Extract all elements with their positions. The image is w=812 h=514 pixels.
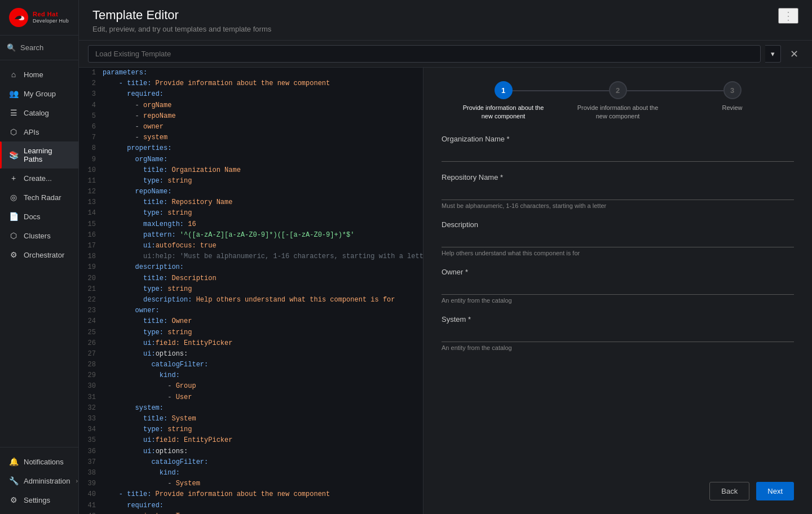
logo-devhub: Developer Hub	[33, 18, 69, 24]
line-number: 16	[79, 230, 103, 241]
form-input-description[interactable]	[442, 231, 794, 247]
preview-panel: 1Provide information about the new compo…	[423, 68, 812, 514]
code-line: 2 - title: Provide information about the…	[79, 78, 423, 89]
apis-icon: ⬡	[9, 127, 18, 136]
sidebar-item-orchestrator[interactable]: ⚙Orchestrator	[0, 245, 78, 264]
step-circle-1[interactable]: 1	[495, 81, 513, 99]
sidebar-item-my-group[interactable]: 👥My Group	[0, 84, 78, 103]
step-item-2: 2Provide information about the new compo…	[561, 81, 675, 121]
sidebar: Red Hat Developer Hub 🔍 Search ⌂Home👥My …	[0, 0, 79, 514]
form-input-system[interactable]	[442, 326, 794, 342]
line-number: 2	[79, 78, 103, 89]
form-group-repo-name: Repository Name *Must be alphanumeric, 1…	[442, 173, 794, 209]
line-content: ui:field: EntityPicker	[103, 338, 423, 349]
code-line: 38 kind:	[79, 468, 423, 478]
line-number: 32	[79, 403, 103, 414]
step-item-1: 1Provide information about the new compo…	[446, 81, 561, 121]
line-number: 23	[79, 305, 103, 316]
back-button[interactable]: Back	[709, 482, 749, 500]
line-number: 4	[79, 100, 103, 111]
load-template-close-button[interactable]: ✕	[785, 48, 803, 60]
code-line: 6 - owner	[79, 122, 423, 132]
code-line: 35 ui:field: EntityPicker	[79, 435, 423, 446]
stepper: 1Provide information about the new compo…	[423, 68, 812, 130]
sidebar-item-apis[interactable]: ⬡APIs	[0, 122, 78, 141]
sidebar-item-label: Settings	[24, 496, 50, 504]
line-content: repoName:	[103, 187, 423, 197]
line-content: title: System	[103, 414, 423, 424]
line-content: owner:	[103, 305, 423, 316]
line-number: 33	[79, 414, 103, 424]
sidebar-item-label: Learning Paths	[24, 147, 69, 163]
sidebar-item-create[interactable]: +Create...	[0, 169, 78, 188]
sidebar-item-home[interactable]: ⌂Home	[0, 65, 78, 84]
sidebar-item-label: Create...	[24, 174, 52, 183]
line-number: 28	[79, 360, 103, 370]
search-label: Search	[20, 43, 43, 52]
line-content: - repoName	[103, 111, 423, 122]
sidebar-item-learning-paths[interactable]: 📚Learning Paths	[0, 141, 78, 169]
code-editor[interactable]: 1parameters:2 - title: Provide informati…	[79, 68, 423, 514]
line-content: title: Organization Name	[103, 165, 423, 176]
next-button[interactable]: Next	[756, 482, 794, 500]
code-line: 25 type: string	[79, 327, 423, 338]
load-template-bar: ▾ ✕	[79, 41, 812, 68]
expand-icon: ›	[76, 477, 78, 484]
form-input-org-name[interactable]	[442, 145, 794, 162]
step-circle-3[interactable]: 3	[723, 81, 742, 99]
sidebar-item-catalog[interactable]: ☰Catalog	[0, 103, 78, 122]
code-line: 36 ui:options:	[79, 446, 423, 457]
line-number: 31	[79, 392, 103, 403]
line-number: 25	[79, 327, 103, 338]
sidebar-item-administration[interactable]: 🔧Administration›	[0, 471, 78, 490]
line-content: title: Owner	[103, 316, 423, 327]
code-line: 26 ui:field: EntityPicker	[79, 338, 423, 349]
load-template-input[interactable]	[88, 45, 761, 63]
line-number: 38	[79, 468, 103, 478]
line-content: orgName:	[103, 154, 423, 165]
step-item-3: 3Review	[675, 81, 789, 112]
form-group-system: System *An entity from the catalog	[442, 315, 794, 351]
sidebar-item-label: Docs	[24, 212, 41, 221]
step-label-3: Review	[722, 104, 742, 112]
line-number: 3	[79, 89, 103, 100]
sidebar-item-settings[interactable]: ⚙Settings	[0, 490, 78, 509]
sidebar-item-notifications[interactable]: 🔔Notifications	[0, 452, 78, 471]
line-content: description: Help others understand what…	[103, 295, 423, 305]
code-line: 32 system:	[79, 403, 423, 414]
form-input-owner[interactable]	[442, 278, 794, 295]
sidebar-item-clusters[interactable]: ⬡Clusters	[0, 226, 78, 245]
sidebar-item-docs[interactable]: 📄Docs	[0, 207, 78, 226]
step-label-1: Provide information about the new compon…	[461, 104, 546, 121]
code-line: 5 - repoName	[79, 111, 423, 122]
code-line: 7 - system	[79, 132, 423, 143]
my-group-icon: 👥	[9, 89, 18, 98]
line-content: - owner	[103, 122, 423, 132]
line-content: ui:autofocus: true	[103, 241, 423, 251]
orchestrator-icon: ⚙	[9, 250, 18, 259]
form-hint-owner: An entity from the catalog	[442, 297, 794, 304]
form-input-repo-name[interactable]	[442, 184, 794, 200]
code-line: 4 - orgName	[79, 100, 423, 111]
search-button[interactable]: 🔍 Search	[7, 41, 72, 54]
sidebar-item-tech-radar[interactable]: ◎Tech Radar	[0, 188, 78, 207]
line-number: 37	[79, 457, 103, 468]
code-line: 42 - instanceType	[79, 511, 423, 514]
load-template-dropdown-button[interactable]: ▾	[765, 45, 781, 63]
line-content: type: string	[103, 284, 423, 295]
code-line: 40 - title: Provide information about th…	[79, 489, 423, 500]
clusters-icon: ⬡	[9, 231, 18, 240]
line-number: 34	[79, 424, 103, 435]
code-line: 23 owner:	[79, 305, 423, 316]
page-header: Template Editor Edit, preview, and try o…	[79, 0, 812, 41]
line-number: 10	[79, 165, 103, 176]
catalog-icon: ☰	[9, 108, 18, 117]
step-circle-2[interactable]: 2	[609, 81, 627, 99]
header-menu-button[interactable]: ⋮	[778, 8, 798, 24]
search-icon: 🔍	[7, 43, 16, 52]
sidebar-item-label: My Group	[24, 90, 56, 98]
form-hint-system: An entity from the catalog	[442, 344, 794, 351]
line-number: 41	[79, 500, 103, 511]
line-number: 42	[79, 511, 103, 514]
search-section[interactable]: 🔍 Search	[0, 36, 78, 60]
